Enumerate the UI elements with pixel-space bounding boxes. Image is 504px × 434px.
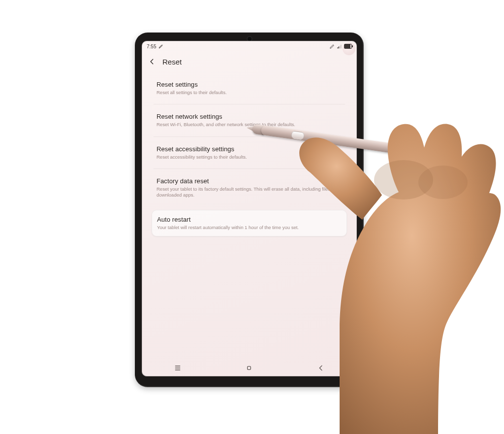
home-button[interactable] (239, 362, 259, 374)
row-subtitle: Reset all settings to their defaults. (157, 90, 342, 96)
edit-status-icon (329, 44, 335, 49)
stylus-connected-icon (158, 44, 163, 49)
back-button[interactable] (147, 56, 158, 67)
row-title: Reset accessibility settings (157, 145, 342, 153)
row-subtitle: Your tablet will restart automatically w… (157, 225, 342, 231)
signal-icon (337, 44, 342, 49)
svg-rect-3 (248, 367, 251, 370)
row-title: Factory data reset (157, 177, 342, 185)
recents-button[interactable] (168, 362, 188, 374)
battery-icon (344, 44, 352, 49)
settings-list: Reset settings Reset all settings to the… (152, 75, 347, 236)
tablet-frame: 7:55 (135, 33, 364, 387)
status-bar: 7:55 (142, 41, 357, 52)
row-title: Auto restart (157, 216, 342, 223)
tablet-screen: 7:55 (142, 41, 357, 376)
row-reset-network-settings[interactable]: Reset network settings Reset Wi-Fi, Blue… (152, 107, 347, 133)
row-factory-data-reset[interactable]: Factory data reset Reset your tablet to … (152, 172, 347, 204)
row-reset-settings[interactable]: Reset settings Reset all settings to the… (152, 75, 347, 101)
page-header: Reset (142, 54, 357, 69)
row-auto-restart[interactable]: Auto restart Your tablet will restart au… (152, 210, 347, 236)
svg-point-4 (374, 160, 433, 200)
svg-point-5 (418, 166, 468, 199)
list-divider (154, 136, 345, 137)
list-divider (154, 104, 345, 104)
row-title: Reset settings (157, 81, 342, 88)
android-nav-bar (142, 360, 357, 376)
row-subtitle: Reset accessibility settings to their de… (157, 154, 342, 160)
nav-back-button[interactable] (311, 362, 331, 374)
row-subtitle: Reset your tablet to its factory default… (157, 186, 342, 199)
row-subtitle: Reset Wi-Fi, Bluetooth, and other networ… (157, 122, 342, 128)
status-time: 7:55 (147, 44, 156, 49)
page-title: Reset (162, 58, 182, 66)
row-reset-accessibility-settings[interactable]: Reset accessibility settings Reset acces… (152, 140, 347, 166)
list-divider (154, 168, 345, 169)
row-title: Reset network settings (157, 113, 342, 120)
